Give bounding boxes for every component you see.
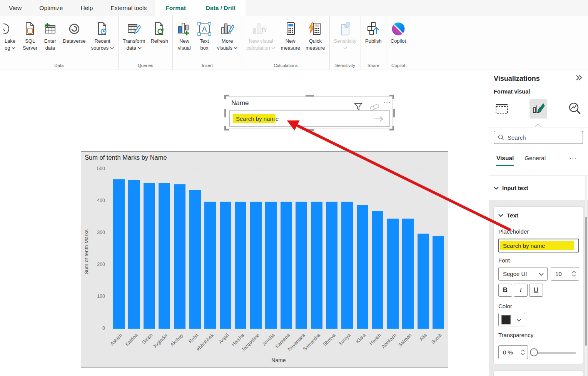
transparency-input[interactable]: 0 %: [498, 345, 528, 359]
stepper-arrows[interactable]: [521, 349, 525, 355]
ribbon-button-publish[interactable]: Publish: [362, 19, 384, 45]
menu-tab-external-tools[interactable]: External tools: [102, 0, 155, 16]
dataverse-icon: [67, 20, 82, 38]
y-tick-label: 500: [90, 166, 105, 171]
pane-search-input[interactable]: Search: [494, 131, 583, 144]
x-tick-label: Kiara: [355, 333, 367, 344]
analytics-icon[interactable]: [566, 99, 584, 119]
selection-handle[interactable]: [224, 95, 229, 99]
bar-kiara[interactable]: [357, 205, 368, 329]
build-visual-icon[interactable]: [493, 99, 511, 119]
bar-anjali[interactable]: [220, 202, 231, 329]
svg-text:fx: fx: [261, 25, 267, 34]
transparency-slider-handle[interactable]: [530, 348, 538, 356]
selection-handle[interactable]: [224, 126, 229, 130]
more-options-icon[interactable]: ···: [383, 99, 391, 107]
selection-handle[interactable]: [306, 95, 314, 97]
x-tick-label: Katrina: [124, 333, 139, 347]
slicer-visual-name[interactable]: Name ··· Search by name: [226, 96, 393, 129]
visualizations-pane: Visualizations Format visual Search Visu…: [489, 70, 588, 376]
bar-rohit[interactable]: [189, 190, 201, 329]
bar-nayantara[interactable]: [296, 202, 307, 329]
menu-tab-help[interactable]: Help: [72, 0, 102, 16]
x-tick-label: Sumit: [431, 333, 443, 345]
publish-icon: [366, 20, 381, 38]
ribbon-button-transform-data[interactable]: Transformdata: [120, 19, 148, 52]
search-go-icon[interactable]: [373, 115, 384, 124]
ribbon-button-new-measure[interactable]: Newmeasure: [278, 19, 303, 52]
underline-button[interactable]: U: [529, 284, 543, 297]
ribbon-button-text-box[interactable]: ATextbox: [194, 19, 214, 52]
font-size-stepper[interactable]: 10: [551, 267, 579, 281]
bar-harsha[interactable]: [235, 202, 246, 329]
report-canvas[interactable]: Name ··· Search by name Sum of tenth Mar…: [0, 70, 489, 376]
bold-button[interactable]: B: [498, 284, 512, 297]
italic-button[interactable]: I: [514, 284, 528, 297]
format-visual-icon[interactable]: [530, 99, 547, 119]
ribbon-button-label: SQLServer: [23, 38, 37, 51]
y-tick-label: 300: [90, 230, 105, 235]
x-tick-label: Salman: [397, 333, 413, 348]
bar-kareena[interactable]: [281, 202, 292, 329]
bar-soniya[interactable]: [341, 202, 353, 329]
ribbon-group-sensitivity: SensitivitySensitivity: [330, 16, 361, 70]
transparency-slider-track[interactable]: [533, 352, 576, 354]
ribbon-button-more-visuals[interactable]: Morevisuals: [214, 19, 240, 52]
selection-handle[interactable]: [306, 129, 314, 131]
chevron-down-icon: [516, 316, 521, 323]
bar-joginder[interactable]: [159, 183, 170, 329]
menu-tab-format[interactable]: Format: [155, 0, 196, 16]
ribbon-button-refresh[interactable]: Refresh: [148, 19, 171, 45]
enter-data-icon: [43, 20, 57, 38]
slicer-search-input[interactable]: Search by name: [229, 110, 390, 127]
bar-girish[interactable]: [144, 183, 155, 329]
font-family-select[interactable]: Segoe UI: [498, 267, 548, 281]
x-axis-title: Name: [111, 357, 446, 363]
color-picker[interactable]: [498, 313, 525, 326]
selection-handle[interactable]: [393, 109, 395, 117]
ribbon-button-recent-sources[interactable]: Recentsources: [89, 19, 117, 52]
ribbon-group-label: Insert: [174, 62, 240, 70]
x-tick-label: Rohit: [188, 333, 200, 344]
bar-abhilash[interactable]: [387, 219, 399, 329]
tab-general[interactable]: General: [525, 155, 546, 162]
gridline: [111, 169, 446, 169]
bar-abhishhek[interactable]: [204, 202, 216, 329]
bar-samantha[interactable]: [311, 202, 322, 329]
selection-handle[interactable]: [389, 126, 394, 130]
ribbon-button-enter-data[interactable]: Enterdata: [40, 19, 60, 52]
ribbon-button-sql-server[interactable]: SQLServer: [20, 19, 40, 52]
collapse-pane-icon[interactable]: [575, 75, 583, 83]
bar-shreya[interactable]: [326, 202, 337, 329]
ribbon: Lakeog SQLServerEnterdataDataverseRecent…: [0, 16, 588, 70]
bar-harish[interactable]: [372, 211, 383, 329]
bar-jacqueline[interactable]: [250, 202, 262, 329]
tab-visual[interactable]: Visual: [496, 155, 514, 162]
bar-sumit[interactable]: [433, 236, 444, 329]
bar-ashish[interactable]: [113, 179, 125, 329]
bar-katrina[interactable]: [128, 180, 140, 329]
menu-tab-data-drill[interactable]: Data / Drill: [196, 0, 246, 16]
bar-salman[interactable]: [402, 219, 414, 329]
ribbon-button-onelake-catalog[interactable]: Lakeog: [0, 19, 20, 52]
placeholder-input[interactable]: Search by name: [498, 239, 579, 252]
ribbon-button-quick-measure[interactable]: Quickmeasure: [303, 19, 328, 52]
section-text[interactable]: Text: [498, 212, 518, 219]
ribbon-button-dataverse[interactable]: Dataverse: [60, 19, 88, 45]
bar-chart-visual[interactable]: Sum of tenth Marks by Name Sum of tenth …: [81, 151, 448, 368]
menu-tab-optimize[interactable]: Optimize: [30, 0, 72, 16]
stepper-arrows[interactable]: [572, 271, 576, 277]
pane-scrollbar-thumb[interactable]: [585, 217, 587, 346]
bar-alia[interactable]: [418, 234, 429, 329]
selection-handle[interactable]: [224, 109, 226, 117]
chevron-down-icon: [521, 353, 525, 355]
ribbon-button-copilot[interactable]: Copilot: [388, 19, 409, 45]
ribbon-button-label: Publish: [365, 38, 382, 45]
menu-tab-view[interactable]: View: [0, 0, 30, 16]
tab-more-icon[interactable]: ···: [570, 155, 577, 162]
bar-akshay[interactable]: [174, 184, 185, 329]
section-input-text[interactable]: Input text: [494, 185, 528, 191]
x-tick-label: Girish: [141, 333, 154, 345]
ribbon-button-new-visual[interactable]: Newvisual: [174, 19, 194, 52]
bar-jenelia[interactable]: [265, 202, 277, 329]
